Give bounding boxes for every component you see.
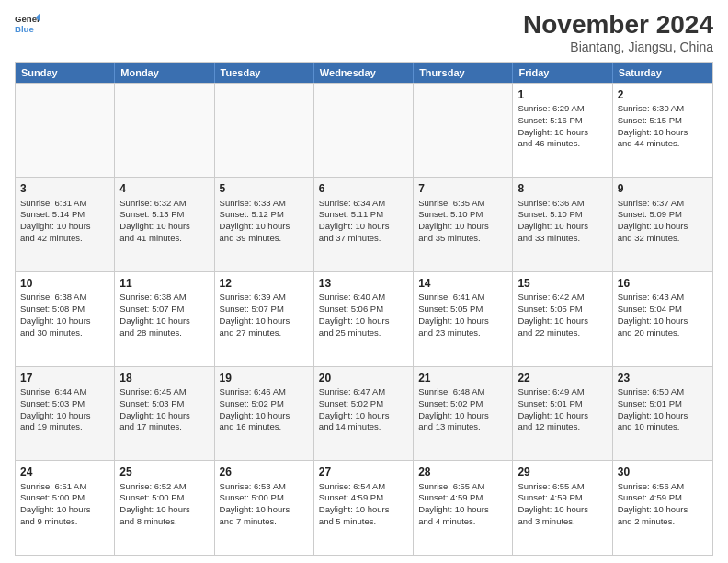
calendar-cell	[414, 84, 513, 178]
calendar-cell: 2Sunrise: 6:30 AMSunset: 5:15 PMDaylight…	[613, 84, 712, 178]
day-info: Daylight: 10 hours	[618, 221, 708, 233]
day-info: Daylight: 10 hours	[319, 410, 408, 422]
day-number: 13	[319, 276, 408, 291]
day-info: Sunrise: 6:55 AM	[518, 481, 607, 493]
day-info: Sunset: 5:09 PM	[618, 209, 708, 221]
day-info: Daylight: 10 hours	[20, 316, 109, 327]
day-info: Sunset: 5:01 PM	[518, 398, 607, 410]
page: General Blue November 2024 Biantang, Jia…	[0, 0, 728, 563]
day-info: Sunset: 4:59 PM	[319, 492, 408, 504]
calendar-cell: 4Sunrise: 6:32 AMSunset: 5:13 PMDaylight…	[115, 178, 214, 271]
day-number: 26	[220, 465, 309, 479]
day-info: Sunrise: 6:42 AM	[518, 292, 607, 304]
day-info: Sunset: 5:10 PM	[418, 209, 507, 221]
day-info: Sunrise: 6:38 AM	[20, 292, 109, 304]
day-number: 20	[319, 371, 408, 385]
day-info: Sunset: 5:05 PM	[418, 304, 507, 316]
day-info: Sunrise: 6:47 AM	[319, 386, 408, 398]
day-info: Sunrise: 6:55 AM	[418, 481, 507, 493]
title-block: November 2024 Biantang, Jiangsu, China	[523, 11, 713, 54]
day-info: and 3 minutes.	[518, 516, 607, 528]
day-info: Sunrise: 6:53 AM	[220, 481, 309, 493]
day-info: Daylight: 10 hours	[20, 221, 109, 233]
day-info: Sunset: 5:00 PM	[119, 492, 209, 504]
day-info: Sunrise: 6:37 AM	[618, 198, 708, 210]
calendar-cell: 8Sunrise: 6:36 AMSunset: 5:10 PMDaylight…	[513, 178, 612, 271]
day-header: Wednesday	[314, 63, 414, 83]
day-info: and 17 minutes.	[119, 421, 209, 433]
calendar-cell: 15Sunrise: 6:42 AMSunset: 5:05 PMDayligh…	[513, 272, 612, 366]
calendar-row: 1Sunrise: 6:29 AMSunset: 5:16 PMDaylight…	[16, 83, 712, 178]
day-info: Sunrise: 6:51 AM	[20, 481, 109, 493]
calendar-cell: 1Sunrise: 6:29 AMSunset: 5:16 PMDaylight…	[513, 84, 612, 178]
day-info: and 4 minutes.	[418, 516, 507, 528]
calendar-cell: 26Sunrise: 6:53 AMSunset: 5:00 PMDayligh…	[215, 461, 314, 555]
day-info: and 7 minutes.	[220, 516, 309, 528]
day-info: Sunrise: 6:34 AM	[319, 198, 408, 210]
day-info: Sunset: 4:59 PM	[618, 492, 708, 504]
calendar-cell: 19Sunrise: 6:46 AMSunset: 5:02 PMDayligh…	[215, 367, 314, 461]
calendar-cell	[115, 84, 214, 178]
day-info: Sunrise: 6:30 AM	[618, 103, 708, 115]
day-number: 11	[119, 276, 209, 291]
day-info: Daylight: 10 hours	[418, 504, 507, 516]
day-info: Sunrise: 6:56 AM	[618, 481, 708, 493]
day-info: Sunset: 5:02 PM	[319, 398, 408, 410]
calendar-cell: 11Sunrise: 6:38 AMSunset: 5:07 PMDayligh…	[115, 272, 214, 366]
day-number: 5	[220, 181, 309, 196]
day-info: Sunset: 5:03 PM	[20, 398, 109, 410]
day-header: Friday	[513, 63, 612, 83]
calendar-body: 1Sunrise: 6:29 AMSunset: 5:16 PMDaylight…	[16, 83, 712, 555]
day-info: Sunset: 5:15 PM	[618, 115, 708, 127]
day-number: 8	[518, 181, 607, 196]
day-info: and 23 minutes.	[418, 327, 507, 339]
day-info: Daylight: 10 hours	[518, 127, 607, 139]
day-info: and 12 minutes.	[518, 421, 607, 433]
day-info: and 22 minutes.	[518, 327, 607, 339]
day-info: Daylight: 10 hours	[518, 221, 607, 233]
calendar-cell: 6Sunrise: 6:34 AMSunset: 5:11 PMDaylight…	[314, 178, 414, 271]
day-info: and 13 minutes.	[418, 421, 507, 433]
day-info: Sunset: 5:02 PM	[220, 398, 309, 410]
day-info: and 5 minutes.	[319, 516, 408, 528]
day-info: Daylight: 10 hours	[418, 221, 507, 233]
day-number: 1	[518, 87, 607, 102]
day-info: Sunset: 5:01 PM	[618, 398, 708, 410]
day-info: Sunrise: 6:39 AM	[220, 292, 309, 304]
calendar-cell: 7Sunrise: 6:35 AMSunset: 5:10 PMDaylight…	[414, 178, 513, 271]
day-info: Sunset: 5:11 PM	[319, 209, 408, 221]
day-info: Sunset: 5:12 PM	[220, 209, 309, 221]
day-info: Sunset: 5:04 PM	[618, 304, 708, 316]
day-info: Daylight: 10 hours	[119, 316, 209, 327]
day-info: Sunset: 5:00 PM	[220, 492, 309, 504]
calendar-cell: 16Sunrise: 6:43 AMSunset: 5:04 PMDayligh…	[613, 272, 712, 366]
day-number: 22	[518, 371, 607, 385]
day-number: 3	[20, 181, 109, 196]
day-info: and 10 minutes.	[618, 421, 708, 433]
day-info: Daylight: 10 hours	[319, 504, 408, 516]
day-info: and 41 minutes.	[119, 233, 209, 245]
day-info: Daylight: 10 hours	[518, 316, 607, 327]
calendar-cell: 9Sunrise: 6:37 AMSunset: 5:09 PMDaylight…	[613, 178, 712, 271]
day-number: 30	[618, 465, 708, 479]
day-number: 6	[319, 181, 408, 196]
day-info: Sunset: 5:05 PM	[518, 304, 607, 316]
day-info: Sunrise: 6:46 AM	[220, 386, 309, 398]
day-info: Daylight: 10 hours	[20, 410, 109, 422]
day-header: Saturday	[613, 63, 712, 83]
calendar-cell: 17Sunrise: 6:44 AMSunset: 5:03 PMDayligh…	[16, 367, 115, 461]
calendar-cell: 23Sunrise: 6:50 AMSunset: 5:01 PMDayligh…	[613, 367, 712, 461]
calendar-cell	[215, 84, 314, 178]
calendar-cell: 20Sunrise: 6:47 AMSunset: 5:02 PMDayligh…	[314, 367, 414, 461]
calendar-header: SundayMondayTuesdayWednesdayThursdayFrid…	[16, 63, 712, 83]
calendar-cell: 21Sunrise: 6:48 AMSunset: 5:02 PMDayligh…	[414, 367, 513, 461]
calendar-cell: 22Sunrise: 6:49 AMSunset: 5:01 PMDayligh…	[513, 367, 612, 461]
day-info: and 42 minutes.	[20, 233, 109, 245]
header: General Blue November 2024 Biantang, Jia…	[15, 11, 713, 54]
day-info: Sunrise: 6:52 AM	[119, 481, 209, 493]
day-info: Daylight: 10 hours	[618, 504, 708, 516]
day-info: and 16 minutes.	[220, 421, 309, 433]
day-info: Sunset: 5:07 PM	[119, 304, 209, 316]
day-info: Daylight: 10 hours	[518, 410, 607, 422]
day-info: Sunrise: 6:50 AM	[618, 386, 708, 398]
